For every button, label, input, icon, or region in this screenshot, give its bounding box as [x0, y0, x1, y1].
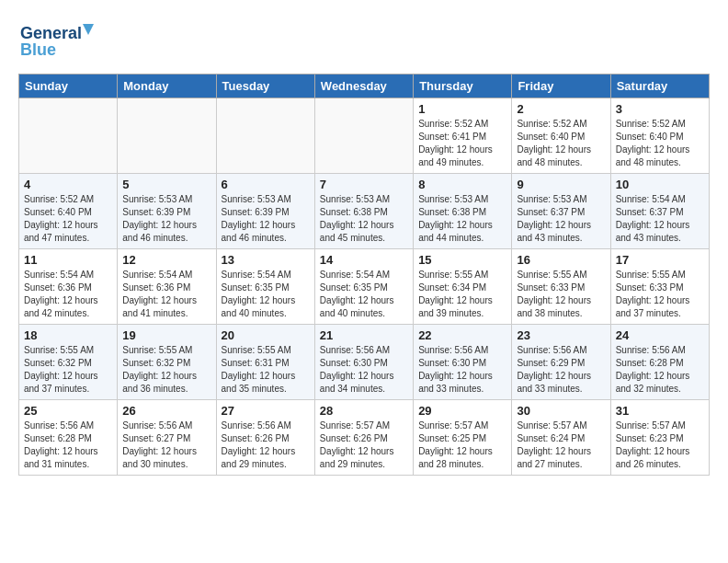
weekday-header-cell: Tuesday	[216, 75, 314, 98]
calendar-day-cell: 29Sunrise: 5:57 AM Sunset: 6:25 PM Dayli…	[414, 400, 512, 476]
calendar-day-cell: 4Sunrise: 5:52 AM Sunset: 6:40 PM Daylig…	[19, 174, 118, 249]
calendar-day-cell: 17Sunrise: 5:55 AM Sunset: 6:33 PM Dayli…	[610, 249, 709, 325]
day-number: 26	[122, 404, 210, 418]
day-info: Sunrise: 5:55 AM Sunset: 6:32 PM Dayligh…	[122, 344, 210, 396]
day-info: Sunrise: 5:55 AM Sunset: 6:34 PM Dayligh…	[418, 269, 506, 320]
weekday-header-cell: Sunday	[19, 75, 118, 98]
day-info: Sunrise: 5:54 AM Sunset: 6:36 PM Dayligh…	[122, 269, 210, 320]
calendar-day-cell: 9Sunrise: 5:53 AM Sunset: 6:37 PM Daylig…	[512, 174, 610, 249]
calendar-day-cell: 26Sunrise: 5:56 AM Sunset: 6:27 PM Dayli…	[118, 400, 216, 476]
calendar-day-cell: 8Sunrise: 5:53 AM Sunset: 6:38 PM Daylig…	[414, 174, 512, 249]
header: General Blue	[18, 18, 710, 64]
day-number: 15	[418, 253, 506, 267]
day-number: 1	[418, 102, 506, 116]
weekday-header-cell: Friday	[512, 75, 610, 98]
calendar-day-cell: 13Sunrise: 5:54 AM Sunset: 6:35 PM Dayli…	[216, 249, 314, 325]
day-number: 3	[616, 102, 704, 116]
day-info: Sunrise: 5:53 AM Sunset: 6:38 PM Dayligh…	[320, 193, 408, 245]
day-info: Sunrise: 5:55 AM Sunset: 6:31 PM Dayligh…	[222, 344, 310, 396]
day-info: Sunrise: 5:57 AM Sunset: 6:26 PM Dayligh…	[320, 419, 408, 471]
day-info: Sunrise: 5:56 AM Sunset: 6:29 PM Dayligh…	[517, 344, 605, 396]
calendar-week-row: 18Sunrise: 5:55 AM Sunset: 6:32 PM Dayli…	[19, 325, 710, 400]
calendar-table: SundayMondayTuesdayWednesdayThursdayFrid…	[18, 74, 710, 476]
day-number: 12	[122, 253, 210, 267]
day-info: Sunrise: 5:57 AM Sunset: 6:25 PM Dayligh…	[418, 419, 506, 471]
day-number: 21	[320, 328, 408, 342]
calendar-day-cell: 14Sunrise: 5:54 AM Sunset: 6:35 PM Dayli…	[314, 249, 413, 325]
calendar-day-cell: 6Sunrise: 5:53 AM Sunset: 6:39 PM Daylig…	[216, 174, 314, 249]
day-info: Sunrise: 5:53 AM Sunset: 6:38 PM Dayligh…	[418, 193, 506, 245]
calendar-day-cell: 10Sunrise: 5:54 AM Sunset: 6:37 PM Dayli…	[610, 174, 709, 249]
day-number: 2	[517, 102, 605, 116]
calendar-day-cell: 15Sunrise: 5:55 AM Sunset: 6:34 PM Dayli…	[414, 249, 512, 325]
day-number: 25	[24, 404, 112, 418]
calendar-day-cell: 24Sunrise: 5:56 AM Sunset: 6:28 PM Dayli…	[610, 325, 709, 400]
calendar-day-cell: 18Sunrise: 5:55 AM Sunset: 6:32 PM Dayli…	[19, 325, 118, 400]
calendar-week-row: 1Sunrise: 5:52 AM Sunset: 6:41 PM Daylig…	[19, 98, 710, 174]
svg-text:Blue: Blue	[20, 40, 56, 59]
calendar-day-cell: 21Sunrise: 5:56 AM Sunset: 6:30 PM Dayli…	[314, 325, 413, 400]
day-number: 20	[222, 328, 310, 342]
calendar-day-cell	[314, 98, 413, 174]
calendar-day-cell: 19Sunrise: 5:55 AM Sunset: 6:32 PM Dayli…	[118, 325, 216, 400]
calendar-day-cell: 28Sunrise: 5:57 AM Sunset: 6:26 PM Dayli…	[314, 400, 413, 476]
calendar-day-cell: 30Sunrise: 5:57 AM Sunset: 6:24 PM Dayli…	[512, 400, 610, 476]
day-number: 10	[616, 178, 704, 191]
day-number: 11	[24, 253, 112, 267]
day-number: 5	[122, 178, 210, 191]
day-info: Sunrise: 5:55 AM Sunset: 6:33 PM Dayligh…	[616, 269, 704, 320]
day-info: Sunrise: 5:56 AM Sunset: 6:28 PM Dayligh…	[616, 344, 704, 396]
day-info: Sunrise: 5:52 AM Sunset: 6:40 PM Dayligh…	[616, 118, 704, 169]
calendar-day-cell	[19, 98, 118, 174]
calendar-day-cell: 2Sunrise: 5:52 AM Sunset: 6:40 PM Daylig…	[512, 98, 610, 174]
day-info: Sunrise: 5:54 AM Sunset: 6:35 PM Dayligh…	[320, 269, 408, 320]
day-info: Sunrise: 5:53 AM Sunset: 6:39 PM Dayligh…	[122, 193, 210, 245]
day-info: Sunrise: 5:52 AM Sunset: 6:41 PM Dayligh…	[418, 118, 506, 169]
day-info: Sunrise: 5:56 AM Sunset: 6:28 PM Dayligh…	[24, 419, 112, 471]
day-info: Sunrise: 5:55 AM Sunset: 6:32 PM Dayligh…	[24, 344, 112, 396]
day-info: Sunrise: 5:57 AM Sunset: 6:24 PM Dayligh…	[517, 419, 605, 471]
day-number: 14	[320, 253, 408, 267]
day-number: 9	[517, 178, 605, 191]
day-number: 29	[418, 404, 506, 418]
calendar-day-cell: 7Sunrise: 5:53 AM Sunset: 6:38 PM Daylig…	[314, 174, 413, 249]
day-number: 28	[320, 404, 408, 418]
day-number: 18	[24, 328, 112, 342]
logo-svg: General Blue	[18, 18, 101, 64]
calendar-day-cell: 31Sunrise: 5:57 AM Sunset: 6:23 PM Dayli…	[610, 400, 709, 476]
calendar-day-cell: 5Sunrise: 5:53 AM Sunset: 6:39 PM Daylig…	[118, 174, 216, 249]
weekday-header-cell: Wednesday	[314, 75, 413, 98]
day-number: 30	[517, 404, 605, 418]
calendar-day-cell: 20Sunrise: 5:55 AM Sunset: 6:31 PM Dayli…	[216, 325, 314, 400]
svg-marker-1	[83, 24, 94, 35]
day-number: 31	[616, 404, 704, 418]
calendar-day-cell: 11Sunrise: 5:54 AM Sunset: 6:36 PM Dayli…	[19, 249, 118, 325]
svg-text:General: General	[20, 24, 82, 42]
calendar-week-row: 4Sunrise: 5:52 AM Sunset: 6:40 PM Daylig…	[19, 174, 710, 249]
day-info: Sunrise: 5:54 AM Sunset: 6:36 PM Dayligh…	[24, 269, 112, 320]
day-info: Sunrise: 5:53 AM Sunset: 6:37 PM Dayligh…	[517, 193, 605, 245]
day-number: 27	[222, 404, 310, 418]
day-info: Sunrise: 5:56 AM Sunset: 6:30 PM Dayligh…	[320, 344, 408, 396]
day-number: 24	[616, 328, 704, 342]
calendar-week-row: 25Sunrise: 5:56 AM Sunset: 6:28 PM Dayli…	[19, 400, 710, 476]
calendar-day-cell: 16Sunrise: 5:55 AM Sunset: 6:33 PM Dayli…	[512, 249, 610, 325]
day-number: 22	[418, 328, 506, 342]
day-info: Sunrise: 5:57 AM Sunset: 6:23 PM Dayligh…	[616, 419, 704, 471]
calendar-body: 1Sunrise: 5:52 AM Sunset: 6:41 PM Daylig…	[19, 98, 710, 476]
weekday-header-cell: Monday	[118, 75, 216, 98]
weekday-header-row: SundayMondayTuesdayWednesdayThursdayFrid…	[19, 75, 710, 98]
day-info: Sunrise: 5:52 AM Sunset: 6:40 PM Dayligh…	[517, 118, 605, 169]
day-info: Sunrise: 5:52 AM Sunset: 6:40 PM Dayligh…	[24, 193, 112, 245]
day-info: Sunrise: 5:56 AM Sunset: 6:30 PM Dayligh…	[418, 344, 506, 396]
calendar-day-cell: 12Sunrise: 5:54 AM Sunset: 6:36 PM Dayli…	[118, 249, 216, 325]
day-number: 16	[517, 253, 605, 267]
day-number: 17	[616, 253, 704, 267]
day-info: Sunrise: 5:54 AM Sunset: 6:35 PM Dayligh…	[222, 269, 310, 320]
day-number: 8	[418, 178, 506, 191]
day-number: 19	[122, 328, 210, 342]
logo: General Blue	[18, 18, 101, 64]
day-number: 7	[320, 178, 408, 191]
day-info: Sunrise: 5:55 AM Sunset: 6:33 PM Dayligh…	[517, 269, 605, 320]
weekday-header-cell: Saturday	[610, 75, 709, 98]
